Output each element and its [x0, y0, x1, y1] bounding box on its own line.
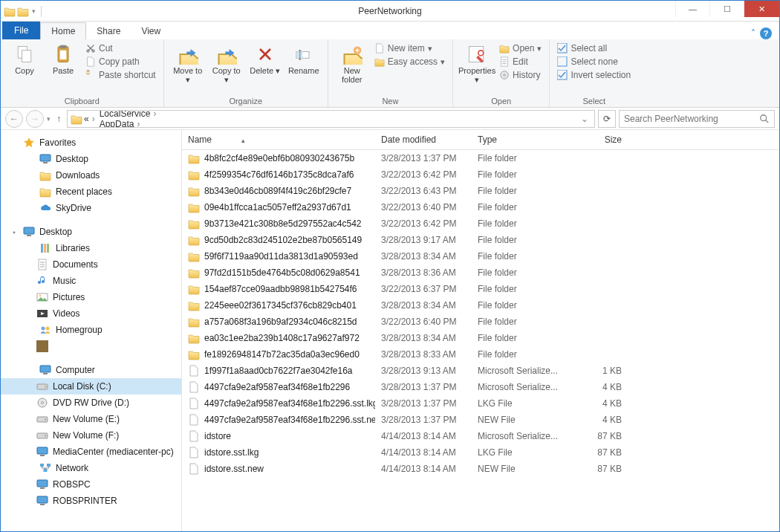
file-icon: [188, 365, 200, 377]
select-label: Select: [556, 95, 632, 106]
file-row[interactable]: 4497cfa9e2af9587eaf34f68e1fb2296.sst.lkg…: [182, 395, 779, 412]
view-tab[interactable]: View: [131, 23, 171, 39]
back-button[interactable]: ←: [5, 110, 23, 128]
file-row[interactable]: fe18926948147b72ac35da0a3ec96ed03/28/201…: [182, 346, 779, 363]
select-none-button[interactable]: Select none: [556, 56, 632, 68]
qat-dropdown-icon[interactable]: ▾: [30, 7, 37, 15]
file-row[interactable]: 9cd50db2c83d245102e2be87b05651493/28/201…: [182, 232, 779, 248]
file-row[interactable]: a757a068f3a196b9af2934c046c8215d3/22/201…: [182, 314, 779, 330]
nav-favorites[interactable]: Favorites: [1, 134, 181, 151]
nav-fav-item[interactable]: Recent places: [1, 184, 181, 200]
history-button[interactable]: History: [498, 69, 543, 81]
paste-button[interactable]: Paste: [45, 42, 81, 77]
nav-drive-item[interactable]: Local Disk (C:): [1, 378, 181, 395]
nav-lib-item[interactable]: Music: [1, 273, 181, 289]
qat-folder-icon[interactable]: [17, 5, 29, 17]
collapse-ribbon-icon[interactable]: ˄: [751, 28, 755, 39]
file-row[interactable]: 2245eee02f3617345cf376cb829cb4013/28/201…: [182, 297, 779, 314]
file-row[interactable]: 9b3713e421c308b8e5d297552ac4c5423/22/201…: [182, 215, 779, 232]
breadcrumb-folder-icon: [71, 113, 82, 125]
nav-lib-item[interactable]: Pictures: [1, 289, 181, 305]
close-button[interactable]: ✕: [744, 1, 779, 17]
nav-drive-item[interactable]: DVD RW Drive (D:): [1, 395, 181, 411]
window-folder-icon: [4, 5, 16, 17]
copy-to-button[interactable]: Copy to ▾: [209, 42, 244, 85]
file-row[interactable]: 8b343e0d46cb089f4f419c26bf29cfe73/22/201…: [182, 183, 779, 199]
titlebar: ▾ │ PeerNetworking — ☐ ✕: [1, 1, 779, 22]
col-type[interactable]: Type: [472, 133, 568, 146]
file-list[interactable]: Name▴ Date modified Type Size 4b8fc2cf4e…: [182, 130, 779, 531]
invert-selection-button[interactable]: Invert selection: [556, 69, 632, 81]
col-date[interactable]: Date modified: [375, 133, 472, 146]
file-row[interactable]: 4497cfa9e2af9587eaf34f68e1fb2296.sst.new…: [182, 412, 779, 428]
breadcrumb-item[interactable]: LocalService›: [100, 110, 172, 119]
history-dropdown-icon[interactable]: ▾: [47, 115, 51, 123]
breadcrumb-item[interactable]: AppData›: [100, 119, 172, 128]
cut-button[interactable]: Cut: [84, 42, 157, 54]
search-input[interactable]: [624, 114, 759, 124]
address-dropdown-icon[interactable]: ⌄: [578, 114, 591, 124]
file-row[interactable]: 59f6f7119aa90d11da3813d1a90593ed3/28/201…: [182, 248, 779, 265]
rename-button[interactable]: Rename: [286, 42, 322, 77]
breadcrumb-box[interactable]: «› Windows›ServiceProfiles›LocalService›…: [67, 110, 595, 128]
paste-shortcut-button[interactable]: Paste shortcut: [84, 69, 157, 81]
nav-homegroup-user[interactable]: [1, 338, 181, 354]
copy-button[interactable]: Copy: [7, 42, 42, 77]
file-row[interactable]: 09e4b1ffcca1ac5057eff2a2937d67d13/22/201…: [182, 199, 779, 215]
nav-pane[interactable]: Favorites DesktopDownloadsRecent placesS…: [1, 130, 182, 531]
file-row[interactable]: idstore.sst.new4/14/2013 8:14 AMNEW File…: [182, 461, 779, 477]
organize-label: Organize: [170, 95, 322, 106]
move-to-button[interactable]: Move to ▾: [170, 42, 206, 85]
column-headers[interactable]: Name▴ Date modified Type Size: [182, 130, 779, 150]
forward-button[interactable]: →: [26, 110, 44, 128]
file-row[interactable]: 4497cfa9e2af9587eaf34f68e1fb22963/28/201…: [182, 379, 779, 395]
refresh-button[interactable]: ⟳: [598, 110, 616, 128]
breadcrumb-overflow[interactable]: «›: [84, 114, 98, 124]
edit-button[interactable]: Edit: [498, 56, 543, 68]
home-tab[interactable]: Home: [40, 22, 86, 39]
nav-net-item[interactable]: ROBSPC: [1, 476, 181, 493]
nav-drive-item[interactable]: New Volume (E:): [1, 411, 181, 427]
search-box[interactable]: [619, 110, 775, 128]
nav-net-item[interactable]: ROBSPRINTER: [1, 493, 181, 509]
open-button[interactable]: Open ▾: [498, 42, 543, 54]
share-tab[interactable]: Share: [86, 23, 131, 39]
nav-network[interactable]: Network: [1, 460, 181, 476]
file-row[interactable]: 154aef87cce09aadbb98981b542754f63/22/201…: [182, 281, 779, 297]
nav-fav-item[interactable]: Downloads: [1, 167, 181, 184]
folder-icon: [188, 283, 200, 295]
file-row[interactable]: 4b8fc2cf4e89e0ebf6b080930243675b3/28/201…: [182, 150, 779, 166]
up-button[interactable]: ↑: [53, 114, 64, 124]
nav-lib-item[interactable]: Documents: [1, 256, 181, 273]
nav-desktop[interactable]: ▪Desktop: [1, 224, 181, 240]
help-button[interactable]: ?: [760, 27, 772, 39]
minimize-button[interactable]: —: [675, 1, 709, 17]
nav-homegroup[interactable]: Homegroup: [1, 322, 181, 338]
maximize-button[interactable]: ☐: [709, 1, 744, 17]
col-size[interactable]: Size: [568, 133, 628, 146]
nav-fav-item[interactable]: SkyDrive: [1, 200, 181, 216]
new-item-button[interactable]: New item ▾: [373, 42, 446, 54]
nav-lib-item[interactable]: Videos: [1, 305, 181, 322]
nav-computer[interactable]: Computer: [1, 362, 181, 378]
delete-button[interactable]: Delete ▾: [247, 42, 283, 77]
file-row[interactable]: idstore.sst.lkg4/14/2013 8:14 AMLKG File…: [182, 444, 779, 461]
nav-drive-item[interactable]: MediaCenter (mediacenter-pc): [1, 444, 181, 460]
nav-drive-item[interactable]: New Volume (F:): [1, 427, 181, 444]
file-row[interactable]: 97fd2d151b5de4764b5c08d0629a85413/28/201…: [182, 265, 779, 281]
nav-libraries[interactable]: Libraries: [1, 240, 181, 256]
file-tab[interactable]: File: [2, 22, 40, 39]
file-row[interactable]: ea03c1ee2ba239b1408c17a9627af9723/28/201…: [182, 330, 779, 346]
properties-button[interactable]: Properties ▾: [459, 42, 495, 85]
file-row[interactable]: 1f997f1a8aad0cb7622f7ae3042fe16a3/28/201…: [182, 363, 779, 379]
col-name[interactable]: Name▴: [182, 133, 375, 146]
copy-path-button[interactable]: Copy path: [84, 56, 157, 68]
easy-access-button[interactable]: Easy access ▾: [373, 56, 446, 68]
select-all-button[interactable]: Select all: [556, 42, 632, 54]
nav-fav-item[interactable]: Desktop: [1, 151, 181, 167]
ribbon: Copy Paste Cut Copy path Paste shortcut …: [1, 39, 779, 108]
file-row[interactable]: 4f2599354c76df6146b1735c8dca7af63/22/201…: [182, 166, 779, 183]
file-row[interactable]: idstore4/14/2013 8:14 AMMicrosoft Serial…: [182, 428, 779, 444]
folder-icon: [188, 250, 200, 262]
new-folder-button[interactable]: New folder: [334, 42, 370, 85]
